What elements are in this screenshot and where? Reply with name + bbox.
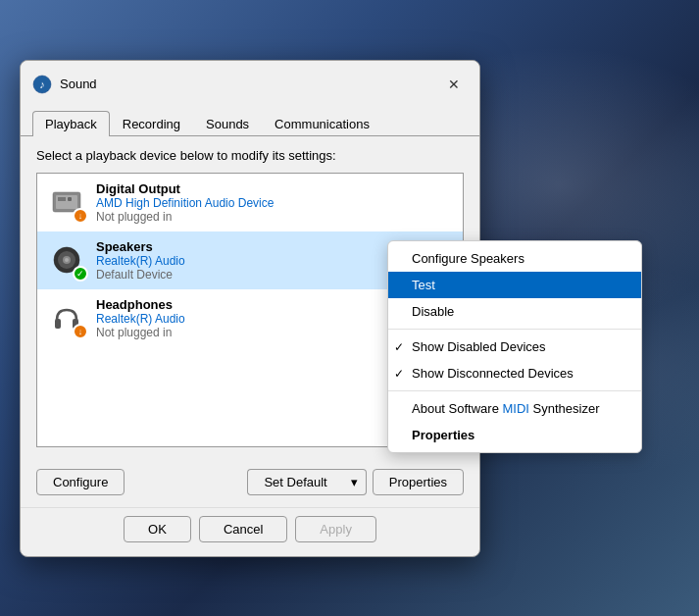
svg-point-9 — [65, 258, 69, 262]
context-menu: Configure Speakers Test Disable ✓ Show D… — [387, 240, 642, 453]
device-name-digital: Digital Output — [96, 181, 453, 196]
device-sub-digital: AMD High Definition Audio Device — [96, 196, 453, 210]
disable-label: Disable — [412, 304, 454, 319]
device-icon-digital: ↓ — [47, 182, 86, 222]
close-button[interactable]: ✕ — [440, 71, 468, 98]
check-show-disconnected: ✓ — [394, 367, 404, 381]
svg-text:♪: ♪ — [39, 78, 45, 90]
set-default-group: Set Default ▾ — [247, 469, 366, 495]
configure-button[interactable]: Configure — [36, 469, 125, 495]
context-test[interactable]: Test — [388, 272, 641, 298]
device-status-digital: Not plugged in — [96, 210, 453, 224]
context-properties[interactable]: Properties — [388, 422, 641, 448]
title-bar: ♪ Sound ✕ — [21, 61, 479, 98]
svg-rect-5 — [68, 197, 72, 201]
properties-label: Properties — [412, 428, 474, 442]
bottom-button-bar: Configure Set Default ▾ Properties — [21, 459, 479, 507]
tab-bar: Playback Recording Sounds Communications — [21, 102, 479, 136]
about-midi-label: About Software MIDI Synthesizer — [412, 401, 600, 416]
context-show-disabled[interactable]: ✓ Show Disabled Devices — [388, 334, 641, 360]
device-info-digital: Digital Output AMD High Definition Audio… — [96, 181, 453, 224]
badge-headphone: ↓ — [73, 324, 88, 339]
badge-digital: ↓ — [73, 208, 88, 224]
svg-rect-4 — [58, 197, 66, 201]
tab-playback[interactable]: Playback — [32, 111, 110, 136]
context-separator-1 — [388, 329, 641, 330]
show-disconnected-label: Show Disconnected Devices — [412, 366, 574, 381]
ok-button[interactable]: OK — [124, 516, 191, 542]
apply-button[interactable]: Apply — [295, 516, 376, 542]
window-title: Sound — [60, 77, 97, 91]
context-separator-2 — [388, 390, 641, 391]
tab-recording[interactable]: Recording — [110, 111, 193, 136]
set-default-button[interactable]: Set Default — [247, 469, 342, 495]
configure-speakers-label: Configure Speakers — [412, 251, 524, 266]
sound-icon: ♪ — [32, 75, 52, 94]
device-item-digital-output[interactable]: ↓ Digital Output AMD High Definition Aud… — [37, 174, 463, 231]
check-show-disabled: ✓ — [394, 340, 404, 354]
device-icon-headphone: ↓ — [47, 298, 86, 337]
context-about-midi[interactable]: About Software MIDI Synthesizer — [388, 395, 641, 422]
badge-speaker: ✓ — [73, 266, 88, 282]
properties-button[interactable]: Properties — [373, 469, 464, 495]
context-disable[interactable]: Disable — [388, 298, 641, 325]
device-icon-speaker: ✓ — [47, 240, 86, 280]
cancel-button[interactable]: Cancel — [199, 516, 287, 542]
set-default-dropdown[interactable]: ▾ — [343, 469, 367, 495]
show-disabled-label: Show Disabled Devices — [412, 339, 546, 354]
dialog-footer: OK Cancel Apply — [21, 507, 479, 556]
tab-communications[interactable]: Communications — [262, 111, 382, 136]
context-show-disconnected[interactable]: ✓ Show Disconnected Devices — [388, 360, 641, 386]
midi-word: MIDI — [503, 401, 529, 416]
title-left: ♪ Sound — [32, 75, 97, 94]
tab-sounds[interactable]: Sounds — [193, 111, 262, 136]
instruction-text: Select a playback device below to modify… — [36, 148, 464, 163]
context-configure-speakers[interactable]: Configure Speakers — [388, 245, 641, 272]
svg-rect-10 — [55, 319, 61, 329]
test-label: Test — [412, 278, 435, 292]
